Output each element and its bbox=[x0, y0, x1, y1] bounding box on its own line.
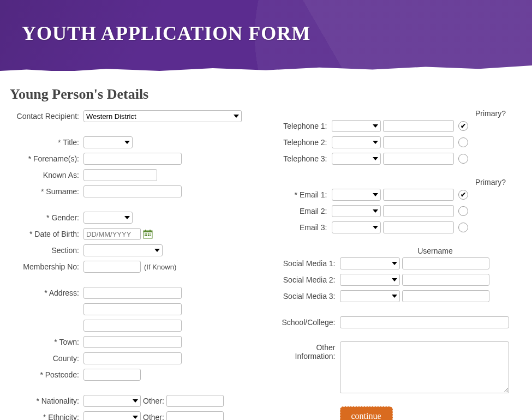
known-as-label: Known As: bbox=[10, 171, 83, 179]
contact-recipient-label: Contact Recipient: bbox=[10, 112, 83, 121]
email3-input[interactable] bbox=[383, 221, 454, 233]
nationality-select[interactable] bbox=[83, 395, 141, 407]
title-label: * Title: bbox=[10, 138, 83, 147]
email3-type-select[interactable] bbox=[332, 221, 381, 233]
right-column: Primary? Telephone 1: Telephone 2: Telep… bbox=[277, 109, 523, 420]
tel1-label: Telephone 1: bbox=[277, 122, 332, 130]
left-column: Contact Recipient: Western District * Ti… bbox=[10, 109, 255, 420]
sm3-type-select[interactable] bbox=[340, 290, 400, 302]
sm3-label: Social Media 3: bbox=[277, 292, 340, 301]
address-label: * Address: bbox=[10, 289, 83, 297]
membership-input[interactable] bbox=[83, 261, 141, 273]
postcode-label: * Postcode: bbox=[10, 370, 83, 379]
section-select[interactable] bbox=[83, 244, 163, 256]
tel2-type-select[interactable] bbox=[332, 136, 381, 148]
email1-input[interactable] bbox=[383, 189, 454, 201]
title-select[interactable] bbox=[83, 136, 133, 148]
town-label: * Town: bbox=[10, 338, 83, 346]
gender-select[interactable] bbox=[83, 212, 133, 224]
username-header: Username bbox=[392, 247, 479, 255]
other-info-textarea[interactable] bbox=[340, 341, 509, 393]
svg-rect-6 bbox=[148, 233, 149, 235]
email2-type-select[interactable] bbox=[332, 205, 381, 217]
email2-label: Email 2: bbox=[277, 207, 332, 215]
continue-button[interactable]: continue bbox=[340, 406, 393, 420]
page-header: YOUTH APPLICATION FORM bbox=[0, 0, 532, 71]
sm2-label: Social Media 2: bbox=[277, 275, 340, 284]
svg-rect-11 bbox=[150, 235, 151, 236]
ethnicity-other-label: Other: bbox=[143, 413, 164, 420]
school-input[interactable] bbox=[340, 316, 509, 328]
email1-type-select[interactable] bbox=[332, 189, 381, 201]
tel3-type-select[interactable] bbox=[332, 153, 381, 165]
postcode-input[interactable] bbox=[83, 369, 141, 381]
dob-label: * Date of Birth: bbox=[10, 230, 83, 238]
contact-recipient-row: Contact Recipient: Western District bbox=[10, 109, 255, 123]
svg-rect-8 bbox=[145, 235, 146, 236]
email1-primary-radio[interactable] bbox=[458, 190, 468, 200]
sm1-type-select[interactable] bbox=[340, 257, 400, 269]
ethnicity-other-input[interactable] bbox=[166, 411, 224, 420]
nationality-label: * Nationality: bbox=[10, 397, 83, 405]
county-input[interactable] bbox=[83, 352, 182, 364]
contact-recipient-select[interactable]: Western District bbox=[83, 110, 242, 122]
address-line3-input[interactable] bbox=[83, 320, 182, 332]
dob-input[interactable] bbox=[83, 228, 141, 240]
ethnicity-select[interactable] bbox=[83, 411, 141, 420]
tel3-input[interactable] bbox=[383, 153, 454, 165]
svg-rect-9 bbox=[146, 235, 147, 236]
membership-hint: (If Known) bbox=[144, 263, 176, 271]
svg-rect-10 bbox=[148, 235, 149, 236]
nationality-other-input[interactable] bbox=[166, 395, 224, 407]
town-input[interactable] bbox=[83, 336, 182, 348]
tel2-label: Telephone 2: bbox=[277, 138, 332, 147]
email1-label: * Email 1: bbox=[277, 190, 332, 199]
forenames-input[interactable] bbox=[83, 153, 182, 165]
email2-input[interactable] bbox=[383, 205, 454, 217]
surname-label: * Surname: bbox=[10, 187, 83, 196]
tel2-input[interactable] bbox=[383, 136, 454, 148]
email3-primary-radio[interactable] bbox=[458, 223, 468, 232]
form-body: Contact Recipient: Western District * Ti… bbox=[0, 109, 532, 420]
sm3-input[interactable] bbox=[402, 290, 489, 302]
county-label: County: bbox=[10, 354, 83, 363]
surname-input[interactable] bbox=[83, 185, 182, 197]
gender-label: * Gender: bbox=[10, 213, 83, 222]
tel3-primary-radio[interactable] bbox=[458, 154, 468, 164]
other-info-label: Other Information: bbox=[277, 341, 340, 361]
tel2-primary-radio[interactable] bbox=[458, 137, 468, 147]
nationality-other-label: Other: bbox=[143, 397, 164, 405]
tel1-primary-radio[interactable] bbox=[458, 121, 468, 131]
sm2-type-select[interactable] bbox=[340, 274, 400, 286]
school-label: School/College: bbox=[277, 318, 340, 327]
svg-rect-4 bbox=[145, 233, 146, 235]
sm1-input[interactable] bbox=[402, 257, 489, 269]
svg-rect-1 bbox=[144, 231, 152, 232]
svg-rect-3 bbox=[150, 230, 151, 232]
email-primary-header: Primary? bbox=[277, 178, 523, 187]
section-label: Section: bbox=[10, 246, 83, 255]
page-title: YOUTH APPLICATION FORM bbox=[22, 22, 510, 45]
svg-rect-5 bbox=[146, 233, 147, 235]
telephone-primary-header: Primary? bbox=[277, 109, 523, 118]
calendar-icon[interactable] bbox=[143, 229, 153, 239]
known-as-input[interactable] bbox=[83, 169, 157, 181]
sm1-label: Social Media 1: bbox=[277, 259, 340, 268]
forenames-label: * Forename(s): bbox=[10, 154, 83, 163]
tel3-label: Telephone 3: bbox=[277, 154, 332, 163]
address-line2-input[interactable] bbox=[83, 303, 182, 315]
email2-primary-radio[interactable] bbox=[458, 206, 468, 216]
svg-rect-7 bbox=[150, 233, 151, 235]
membership-label: Membership No: bbox=[10, 262, 83, 271]
sm2-input[interactable] bbox=[402, 274, 489, 286]
tel1-type-select[interactable] bbox=[332, 120, 381, 132]
section-title: Young Person's Details bbox=[10, 86, 532, 103]
svg-rect-2 bbox=[145, 230, 146, 232]
tel1-input[interactable] bbox=[383, 120, 454, 132]
email3-label: Email 3: bbox=[277, 223, 332, 232]
ethnicity-label: * Ethnicity: bbox=[10, 413, 83, 420]
address-line1-input[interactable] bbox=[83, 287, 182, 299]
